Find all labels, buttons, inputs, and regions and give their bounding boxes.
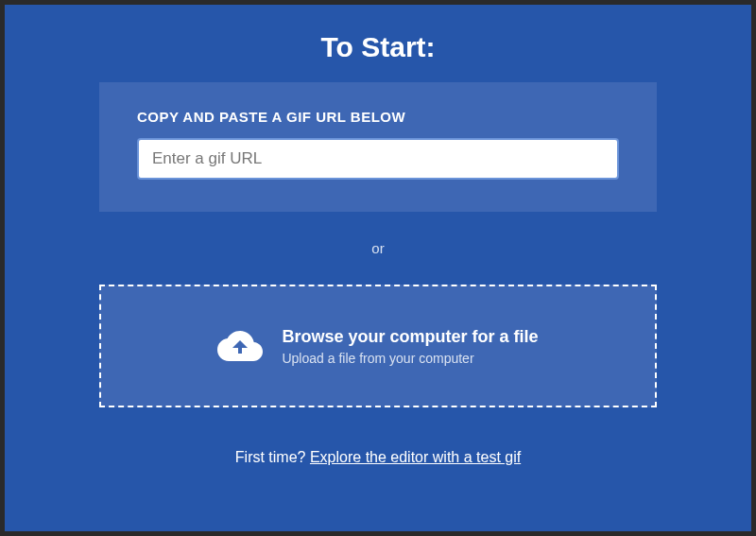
gif-url-input[interactable] bbox=[137, 138, 619, 180]
url-input-label: COPY AND PASTE A GIF URL BELOW bbox=[137, 109, 619, 125]
browse-title: Browse your computer for a file bbox=[282, 327, 538, 347]
or-separator: or bbox=[371, 240, 384, 256]
page-title: To Start: bbox=[320, 31, 435, 63]
start-container: To Start: COPY AND PASTE A GIF URL BELOW… bbox=[5, 5, 751, 531]
browse-file-button[interactable]: Browse your computer for a file Upload a… bbox=[99, 285, 657, 407]
footer: First time? Explore the editor with a te… bbox=[235, 449, 521, 466]
explore-test-gif-link[interactable]: Explore the editor with a test gif bbox=[310, 449, 521, 465]
footer-prefix: First time? bbox=[235, 449, 310, 465]
cloud-upload-icon bbox=[217, 329, 263, 363]
browse-text-group: Browse your computer for a file Upload a… bbox=[282, 327, 538, 366]
url-panel: COPY AND PASTE A GIF URL BELOW bbox=[99, 82, 657, 212]
browse-subtitle: Upload a file from your computer bbox=[282, 351, 473, 366]
